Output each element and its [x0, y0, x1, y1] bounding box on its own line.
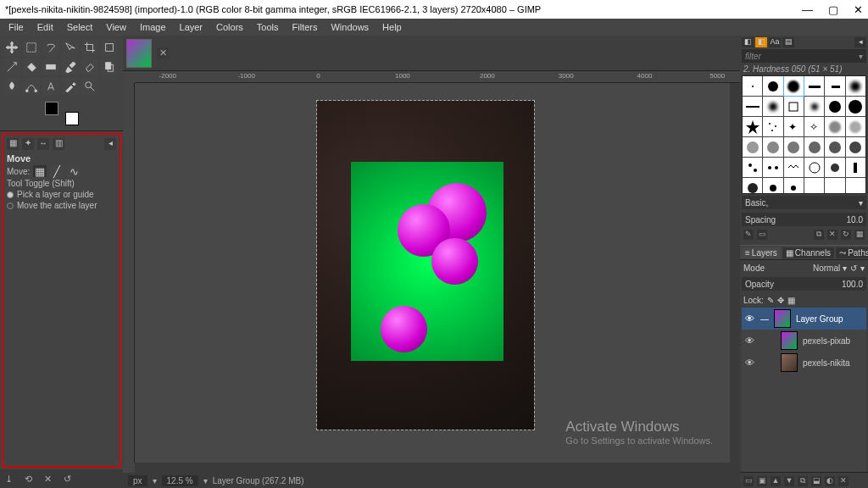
visibility-icon[interactable]: 👁 [745, 336, 755, 346]
layer-row[interactable]: 👁 pexels-nikita [742, 352, 866, 374]
reset-preset-icon[interactable]: ↺ [64, 474, 71, 485]
close-button[interactable]: ✕ [854, 3, 863, 16]
visibility-icon[interactable]: 👁 [745, 313, 755, 324]
close-tab-icon[interactable]: ✕ [157, 47, 169, 59]
move-selection-icon[interactable]: ╱ [50, 165, 64, 177]
minimize-button[interactable]: — [802, 3, 813, 16]
color-picker-tool[interactable] [62, 78, 79, 95]
toolopt-tab-icon[interactable]: ✦ [22, 138, 34, 150]
mode-reset-icon[interactable]: ↺ [850, 263, 857, 273]
zoom-tool[interactable] [81, 78, 98, 95]
transform-tool[interactable] [101, 39, 118, 56]
move-layer-icon[interactable]: ▦ [33, 165, 47, 177]
canvas[interactable]: Activate Windows Go to Settings to activ… [135, 83, 730, 463]
lock-alpha-icon[interactable]: ▦ [787, 296, 795, 305]
edit-brush-icon[interactable]: ✎ [743, 230, 754, 240]
merge-layer-icon[interactable]: ⬓ [811, 476, 821, 486]
layer-name[interactable]: Layer Group [796, 314, 843, 324]
scrollbar-horizontal[interactable] [135, 463, 740, 473]
move-path-icon[interactable]: ∿ [67, 165, 81, 177]
brushes-tab-icon[interactable]: ◧ [742, 37, 754, 47]
free-select-tool[interactable] [42, 39, 59, 56]
ruler-horizontal[interactable]: -2000 -1000 0 1000 2000 3000 4000 5000 [135, 71, 740, 83]
patterns-tab-icon[interactable]: ◧ [755, 37, 767, 47]
spacing-slider[interactable]: Spacing10.0 [742, 213, 866, 226]
paintbrush-tool[interactable] [62, 58, 79, 75]
fonts-tab-icon[interactable]: Aa [769, 37, 781, 47]
history-tab-icon[interactable]: ▤ [782, 37, 794, 47]
save-preset-icon[interactable]: ⤓ [5, 474, 13, 485]
menu-edit[interactable]: Edit [31, 20, 60, 34]
rect-select-tool[interactable] [23, 39, 40, 56]
new-brush-icon[interactable]: ▭ [757, 230, 767, 240]
restore-preset-icon[interactable]: ⟲ [25, 474, 32, 485]
toolopt-tab-icon[interactable]: ↔ [37, 138, 49, 150]
svg-rect-12 [832, 86, 840, 88]
menu-layer[interactable]: Layer [173, 20, 210, 34]
dup-layer-icon[interactable]: ⧉ [798, 476, 808, 486]
refresh-brush-icon[interactable]: ↻ [841, 230, 851, 240]
tab-channels[interactable]: ▦Channels [782, 247, 834, 258]
menu-tools[interactable]: Tools [250, 20, 286, 34]
new-group-icon[interactable]: ▣ [757, 476, 767, 486]
fg-color[interactable] [45, 102, 58, 115]
preset-select[interactable]: Basic,▾ [742, 196, 866, 209]
unit-select[interactable]: px [128, 475, 147, 486]
tab-layers[interactable]: ≡Layers [742, 247, 781, 258]
panel-menu-icon[interactable]: ◂ [854, 37, 866, 47]
opt-pick-layer[interactable]: Pick a layer or guide [7, 190, 116, 199]
scrollbar-vertical[interactable] [730, 83, 740, 463]
menu-image[interactable]: Image [133, 20, 173, 34]
raise-layer-icon[interactable]: ▲ [771, 476, 781, 486]
clone-tool[interactable] [101, 58, 118, 75]
toolopt-tab-icon[interactable]: ▦ [7, 138, 19, 150]
eraser-tool[interactable] [81, 58, 98, 75]
maximize-button[interactable]: ▢ [828, 3, 838, 16]
gradient-tool[interactable] [42, 58, 59, 75]
menu-filters[interactable]: Filters [286, 20, 325, 34]
text-tool[interactable] [42, 78, 59, 95]
delete-layer-icon[interactable]: ✕ [838, 476, 849, 486]
lock-pixels-icon[interactable]: ✎ [767, 296, 774, 305]
warp-tool[interactable] [3, 58, 20, 75]
layer-name[interactable]: pexels-pixab [803, 336, 850, 346]
del-brush-icon[interactable]: ✕ [827, 230, 837, 240]
toolopt-tab-icon[interactable]: ▥ [53, 138, 64, 150]
lock-position-icon[interactable]: ✥ [777, 296, 784, 305]
mask-layer-icon[interactable]: ◐ [825, 476, 835, 486]
layer-name[interactable]: pexels-nikita [803, 358, 850, 368]
tab-paths[interactable]: ⤳Paths [836, 247, 868, 258]
menu-colors[interactable]: Colors [209, 20, 250, 34]
delete-preset-icon[interactable]: ✕ [44, 474, 52, 485]
ruler-vertical[interactable] [123, 83, 135, 463]
bucket-fill-tool[interactable] [23, 58, 40, 75]
move-tool[interactable] [3, 39, 20, 56]
menu-file[interactable]: File [2, 20, 31, 34]
lower-layer-icon[interactable]: ▼ [784, 476, 794, 486]
color-swatch[interactable] [45, 102, 79, 125]
opt-move-active[interactable]: Move the active layer [7, 201, 116, 210]
blend-mode-select[interactable]: Normal ▾ [813, 263, 847, 273]
toolopt-menu-icon[interactable]: ◂ [104, 138, 116, 150]
path-tool[interactable] [23, 78, 40, 95]
dup-brush-icon[interactable]: ⧉ [814, 230, 824, 240]
layer-row[interactable]: 👁 — Layer Group [742, 308, 866, 330]
zoom-select[interactable]: 12.5 % [162, 475, 198, 486]
menu-windows[interactable]: Windows [324, 20, 376, 34]
brush-filter-input[interactable]: filter [742, 49, 866, 63]
brush-grid[interactable]: ✦ ✧ [742, 75, 866, 194]
bg-color[interactable] [65, 112, 79, 125]
new-layer-icon[interactable]: ▭ [743, 476, 754, 486]
opacity-slider[interactable]: Opacity100.0 [742, 277, 866, 291]
layer-row[interactable]: 👁 pexels-pixab [742, 330, 866, 352]
menu-view[interactable]: View [99, 20, 133, 34]
crop-tool[interactable] [81, 39, 98, 56]
image-tab-thumb[interactable] [126, 39, 152, 68]
menu-select[interactable]: Select [60, 20, 100, 34]
smudge-tool[interactable] [3, 78, 20, 95]
fuzzy-select-tool[interactable] [62, 39, 79, 56]
expand-icon[interactable]: — [760, 314, 769, 324]
menu-help[interactable]: Help [376, 20, 409, 34]
open-brush-icon[interactable]: ▦ [854, 230, 865, 240]
visibility-icon[interactable]: 👁 [745, 358, 755, 368]
